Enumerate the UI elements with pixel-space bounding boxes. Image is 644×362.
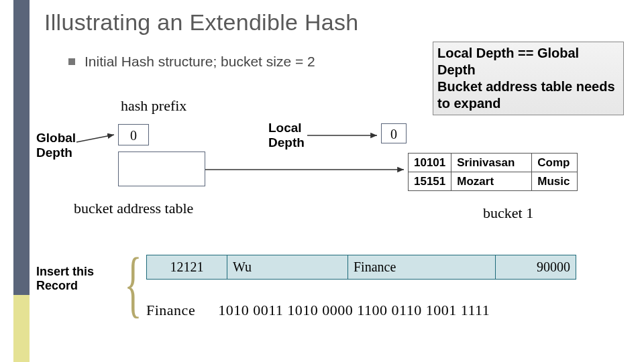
bucket-1-table: 10101 Srinivasan Comp 15151 Mozart Music bbox=[408, 153, 578, 191]
cell-name: Wu bbox=[227, 255, 348, 280]
table-row: 15151 Mozart Music bbox=[409, 172, 578, 191]
callout-box: Local Depth == Global Depth Bucket addre… bbox=[433, 42, 624, 115]
bullet-icon bbox=[68, 58, 75, 65]
side-stripe bbox=[13, 0, 30, 362]
bucket-1-label: bucket 1 bbox=[483, 204, 533, 222]
cell-dept: Comp bbox=[532, 154, 578, 172]
svg-line-0 bbox=[76, 135, 114, 142]
bullet-text: Initial Hash structure; bucket size = 2 bbox=[85, 54, 315, 70]
arrow-to-bucket bbox=[205, 164, 407, 178]
arrow-global-depth bbox=[76, 134, 123, 174]
stripe-yellow bbox=[13, 295, 30, 362]
local-depth-box: 0 bbox=[381, 123, 407, 143]
slide: Illustrating an Extendible Hash Initial … bbox=[0, 0, 644, 362]
cell-dept: Finance bbox=[348, 255, 496, 280]
bucket-address-table-label: bucket address table bbox=[74, 200, 193, 217]
cell-dept: Music bbox=[532, 172, 578, 191]
cell-id: 12121 bbox=[147, 255, 227, 280]
address-table-cell bbox=[118, 152, 205, 186]
hash-dept-label: Finance bbox=[146, 302, 195, 318]
table-row: 10101 Srinivasan Comp bbox=[409, 154, 578, 172]
stripe-blue bbox=[13, 0, 30, 295]
cell-id: 15151 bbox=[409, 172, 451, 191]
brace-icon: { bbox=[124, 241, 142, 326]
insert-record-table: 12121 Wu Finance 90000 bbox=[146, 255, 576, 280]
cell-name: Mozart bbox=[451, 172, 532, 191]
arrow-local-depth bbox=[307, 131, 388, 141]
insert-record-label: Insert this Record bbox=[36, 265, 94, 292]
global-depth-label: Global Depth bbox=[36, 131, 76, 160]
table-row: 12121 Wu Finance 90000 bbox=[147, 255, 576, 280]
local-depth-label: Local Depth bbox=[268, 121, 305, 150]
bullet-row: Initial Hash structure; bucket size = 2 bbox=[68, 54, 315, 70]
hash-bits: 1010 0011 1010 0000 1100 0110 1001 1111 bbox=[218, 302, 490, 318]
cell-name: Srinivasan bbox=[451, 154, 532, 172]
cell-id: 10101 bbox=[409, 154, 451, 172]
slide-title: Illustrating an Extendible Hash bbox=[44, 9, 359, 36]
hash-bits-row: Finance 1010 0011 1010 0000 1100 0110 10… bbox=[146, 302, 490, 319]
cell-salary: 90000 bbox=[496, 255, 576, 280]
hash-prefix-label: hash prefix bbox=[121, 97, 186, 115]
